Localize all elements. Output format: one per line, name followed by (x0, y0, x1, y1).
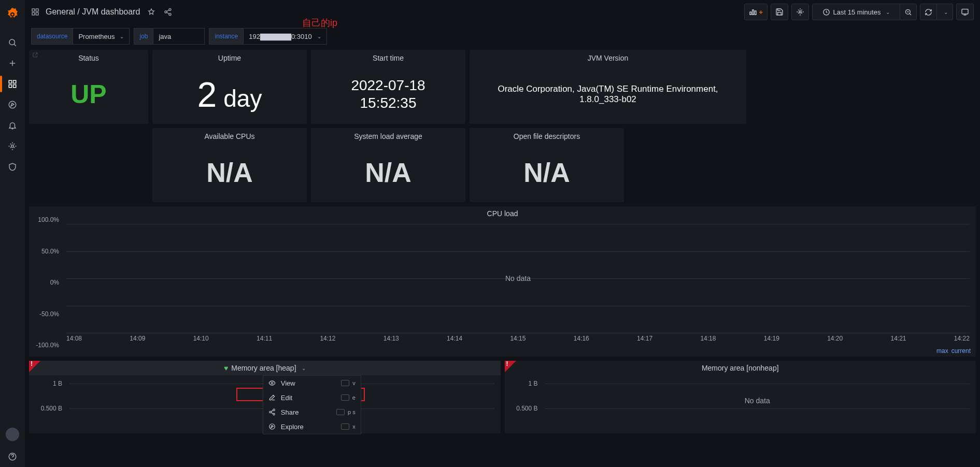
svg-point-7 (9, 101, 16, 108)
time-range-picker[interactable]: Last 15 minutes ⌄ (812, 4, 900, 20)
load-value: N/A (365, 157, 411, 188)
cycle-view-button[interactable] (956, 4, 974, 20)
svg-point-20 (799, 11, 801, 13)
error-indicator-icon[interactable] (29, 361, 40, 372)
svg-point-26 (269, 411, 272, 413)
panel-title: Open file descriptors (470, 128, 624, 143)
svg-rect-10 (32, 9, 35, 11)
left-nav (0, 0, 25, 467)
alerting-icon[interactable] (0, 115, 25, 136)
heart-icon: ♥ (224, 364, 228, 372)
panel-title-dropdown[interactable]: ♥ Memory area [heap] ⌄ (29, 361, 501, 375)
no-data-label: No data (505, 274, 531, 282)
share-dashboard-icon[interactable] (164, 8, 172, 16)
template-var-bar: datasource Prometheus⌄ job java instance… (25, 26, 980, 47)
var-datasource-label: datasource (31, 28, 73, 45)
x-tick: 14:08 (66, 335, 82, 342)
svg-point-24 (271, 382, 273, 384)
dashboard-grid-icon (31, 8, 39, 16)
panel-open-fds[interactable]: Open file descriptors N/A (470, 128, 624, 202)
panel-title: Available CPUs (152, 128, 307, 143)
y-axis: 100.0% 50.0% 0% -50.0% -100.0% (29, 220, 63, 345)
x-tick: 14:21 (890, 335, 906, 342)
svg-point-14 (169, 8, 171, 10)
jvm-version-value: Oracle Corporation, Java(TM) SE Runtime … (470, 84, 746, 105)
settings-button[interactable] (791, 4, 809, 20)
x-axis: 14:0814:0914:1014:1114:1214:1314:1414:15… (29, 333, 976, 345)
x-tick: 14:13 (384, 335, 399, 342)
configuration-icon[interactable] (0, 136, 25, 157)
svg-rect-18 (752, 10, 754, 15)
save-button[interactable] (771, 4, 788, 20)
svg-point-27 (273, 413, 275, 415)
fds-value: N/A (523, 157, 570, 188)
error-indicator-icon[interactable] (505, 361, 516, 372)
svg-point-15 (165, 11, 167, 13)
panel-jvm-version[interactable]: JVM Version Oracle Corporation, Java(TM)… (470, 50, 746, 124)
svg-point-1 (11, 13, 13, 16)
menu-item-view[interactable]: View v (263, 376, 361, 390)
svg-point-16 (169, 13, 171, 16)
panel-available-cpus[interactable]: Available CPUs N/A (152, 128, 307, 202)
svg-rect-19 (755, 11, 757, 15)
x-tick: 14:22 (954, 335, 970, 342)
server-admin-icon[interactable] (0, 157, 25, 177)
panel-memory-heap[interactable]: ♥ Memory area [heap] ⌄ View v Edit e (29, 361, 501, 433)
chart-plot-area: No data (545, 377, 970, 424)
add-panel-button[interactable]: + (744, 4, 768, 20)
panel-memory-nonheap[interactable]: Memory area [nonheap] 1 B 0.500 B No dat… (505, 361, 976, 433)
panel-link-icon[interactable] (32, 52, 38, 58)
panel-start-time[interactable]: Start time 2022-07-1815:52:35 (311, 50, 465, 124)
help-icon[interactable] (0, 446, 25, 467)
create-icon[interactable] (0, 53, 25, 74)
panel-menu: View v Edit e Share p s Explore x (263, 375, 361, 434)
panel-system-load[interactable]: System load average N/A (311, 128, 465, 202)
panel-title: Status (29, 50, 148, 64)
panel-cpu-load[interactable]: CPU load 100.0% 50.0% 0% -50.0% -100.0% … (29, 206, 976, 357)
cpus-value: N/A (206, 157, 253, 188)
svg-rect-11 (36, 9, 38, 11)
svg-rect-17 (750, 12, 751, 15)
start-time-value: 2022-07-1815:52:35 (351, 77, 425, 111)
chart-plot-area: No data (66, 224, 970, 333)
menu-item-edit[interactable]: Edit e (263, 390, 361, 405)
svg-rect-13 (36, 12, 38, 15)
grafana-logo[interactable] (4, 6, 21, 23)
panel-title: Start time (311, 50, 465, 64)
x-tick: 14:17 (637, 335, 652, 342)
panel-uptime[interactable]: Uptime 2 day (152, 50, 307, 124)
panel-title[interactable]: Memory area [nonheap] (505, 361, 976, 375)
x-tick: 14:19 (764, 335, 779, 342)
status-value: UP (70, 79, 106, 109)
var-job-label: job (134, 28, 153, 45)
menu-item-explore[interactable]: Explore x (263, 419, 361, 434)
uptime-value: 2 day (197, 74, 262, 115)
zoom-out-button[interactable] (900, 4, 917, 20)
svg-rect-6 (13, 85, 16, 88)
x-tick: 14:09 (130, 335, 145, 342)
var-instance-value[interactable]: 192▇▇▇▇▇▇0:3010⌄ (243, 28, 326, 45)
star-icon[interactable] (147, 8, 155, 16)
search-icon[interactable] (0, 32, 25, 53)
explore-icon[interactable] (0, 94, 25, 115)
breadcrumb[interactable]: General / JVM dashboard (46, 7, 140, 17)
refresh-interval-picker[interactable]: ⌄ (936, 4, 953, 20)
var-instance-label: instance (209, 28, 243, 45)
dashboard-canvas: Status UP Uptime 2 day Start time 2022-0… (29, 50, 976, 467)
user-avatar[interactable] (6, 428, 19, 441)
panel-title: JVM Version (470, 50, 746, 64)
time-range-label: Last 15 minutes (833, 8, 881, 16)
panel-status[interactable]: Status UP (29, 50, 148, 124)
chevron-down-icon: ⌄ (302, 365, 306, 371)
x-tick: 14:15 (510, 335, 525, 342)
menu-item-share[interactable]: Share p s (263, 405, 361, 419)
x-tick: 14:10 (193, 335, 209, 342)
svg-rect-12 (32, 12, 35, 15)
no-data-label: No data (745, 397, 770, 405)
x-tick: 14:11 (257, 335, 272, 342)
svg-point-28 (269, 424, 275, 430)
dashboards-icon[interactable] (0, 74, 25, 94)
refresh-button[interactable] (920, 4, 937, 20)
var-job-value[interactable]: java (153, 28, 205, 45)
var-datasource-value[interactable]: Prometheus⌄ (73, 28, 130, 45)
